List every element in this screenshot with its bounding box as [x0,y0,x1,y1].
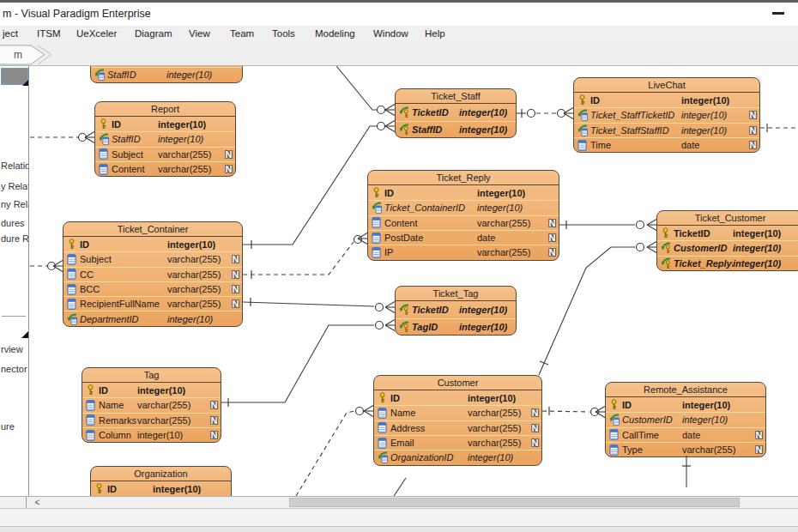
crowfoot-marker [647,247,656,253]
connector-report-left[interactable] [30,132,94,143]
diagram-canvas[interactable]: StaffIDinteger(10)ReportIDinteger(10)Sta… [30,66,798,496]
crowfoot-marker [385,105,395,111]
tool-corner-triangle-icon [22,79,29,86]
window-title: m - Visual Paradigm Enterprise [3,8,151,20]
visual-paradigm-window: m - Visual Paradigm Enterprise jectITSMU… [0,0,798,532]
status-bar-lower-strip [0,526,798,532]
menu-item-window[interactable]: Window [373,28,408,39]
menu-item-tools[interactable]: Tools [272,28,295,39]
menu-bar: jectITSMUeXcelerDiagramViewTeamToolsMode… [0,26,798,43]
connector-tag-tickettag[interactable] [221,320,395,408]
connector-line-fragment[interactable] [394,478,406,496]
palette-item[interactable]: nector [1,364,28,374]
connector-customer-ticketcustomer[interactable] [539,242,656,376]
menu-item-view[interactable]: View [189,28,210,39]
connector-remoteassist-down[interactable] [682,456,691,487]
zero-circle-marker [637,221,644,229]
crowfoot-marker [385,110,395,116]
connector-organization-customer[interactable] [296,406,373,497]
crowfoot-marker [564,108,573,114]
crowfoot-marker [364,411,373,417]
zero-circle-marker [376,322,384,329]
zero-circle-marker [637,244,644,251]
palette-expander-icon[interactable] [21,331,28,338]
connector-customer-remoteassist[interactable] [542,407,605,418]
palette-item[interactable]: rview [1,344,28,354]
crowfoot-marker [385,126,395,132]
zero-circle-marker [378,123,385,130]
zero-circle-marker [376,304,384,311]
crowfoot-marker [385,121,395,127]
crowfoot-marker [647,225,656,231]
palette-item[interactable]: ure [1,421,28,432]
diagram-tab-shape[interactable]: m [0,43,69,65]
selected-tool[interactable] [1,68,28,85]
crowfoot-marker [385,302,395,308]
crowfoot-marker [85,137,94,143]
zero-circle-marker [378,106,385,114]
connector-staff-ticketstaff[interactable] [336,66,395,116]
crowfoot-marker [647,242,656,248]
connector-container-cc-left[interactable] [30,261,63,272]
menu-item-diagram[interactable]: Diagram [135,28,172,39]
scrollbar-thumb[interactable] [289,498,740,507]
connector-layer [30,66,798,496]
connector-container-tickettag[interactable] [243,298,395,313]
palette-item[interactable]: ny Relal [1,199,28,209]
connector-container-ticketreply[interactable] [243,233,367,280]
palette-item[interactable]: dure R [1,233,28,244]
title-bar: m - Visual Paradigm Enterprise [0,3,798,26]
tool-palette: Relatioy Relatiny Relalduresdure Rrviewn… [0,66,29,496]
menu-item-uexceler[interactable]: UeXceler [76,28,117,39]
crowfoot-marker [364,406,373,412]
diagram-tab-label: m [14,49,22,61]
connector-container-ticketstaff[interactable] [243,121,395,250]
crowfoot-marker [85,132,94,138]
crowfoot-marker [385,325,395,331]
crowfoot-marker [385,307,395,313]
connector-ticketstaff-livechat-b[interactable] [536,108,573,119]
palette-item[interactable]: Relatio [1,160,28,171]
minimize-icon[interactable] [772,12,784,15]
palette-item[interactable]: y Relati [1,181,28,191]
menu-item-ject[interactable]: ject [3,28,18,39]
menu-item-help[interactable]: Help [425,28,445,39]
menu-item-team[interactable]: Team [230,28,254,39]
menu-item-itsm[interactable]: ITSM [37,28,60,39]
palette-item[interactable]: dures [1,218,28,228]
crowfoot-marker [385,320,395,326]
horizontal-scrollbar[interactable]: < [0,496,798,508]
connector-reply-ticketcustomer[interactable] [559,220,656,231]
breadcrumb: m [0,43,798,66]
status-bar [0,508,798,532]
connector-ticketstaff-livechat-a[interactable] [517,109,535,118]
crowfoot-marker [564,113,573,119]
scroll-left-arrow-icon[interactable]: < [31,498,44,508]
zero-circle-marker [528,110,535,118]
zero-circle-marker [356,408,364,415]
crowfoot-marker [647,220,656,226]
palette-divider [2,316,26,317]
menu-item-modeling[interactable]: Modeling [315,28,355,39]
connector-livechat-right[interactable] [760,124,798,132]
scrollbar-corner [26,497,27,508]
